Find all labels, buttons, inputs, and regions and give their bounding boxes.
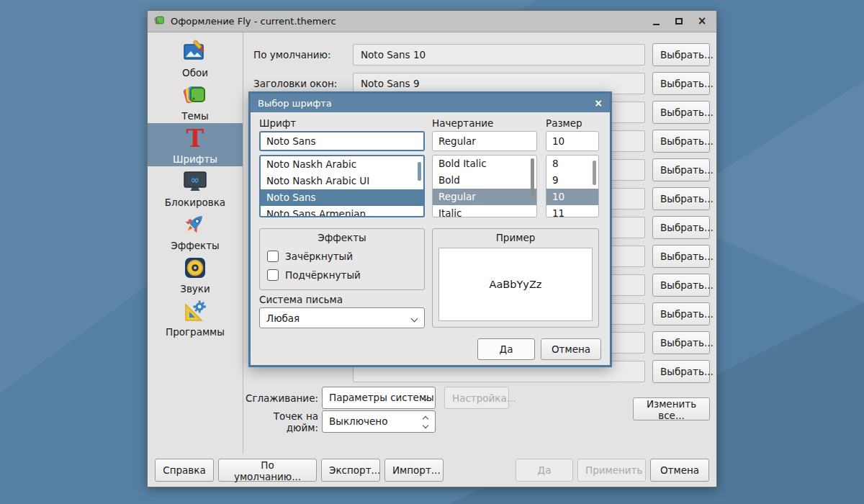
smoothing-configure-button[interactable]: Настройка...	[444, 387, 509, 409]
effects-group-title: Эффекты	[260, 232, 424, 243]
underline-checkbox[interactable]	[267, 269, 279, 281]
strikeout-option[interactable]: Зачёркнутый	[267, 251, 424, 262]
smoothing-label: Сглаживание:	[243, 392, 322, 404]
font-setting-row: По умолчанию: Noto Sans 10 Выбрать...	[243, 40, 716, 69]
minimize-icon	[653, 24, 660, 25]
sidebar-item-label: Блокировка	[165, 197, 225, 208]
font-style-list: Bold Italic Bold Regular Italic	[432, 155, 537, 217]
import-button[interactable]: Импорт...	[384, 459, 444, 482]
size-input[interactable]: 10	[546, 131, 599, 151]
choose-font-button[interactable]: Выбрать...	[652, 274, 710, 297]
choose-font-button[interactable]: Выбрать...	[652, 101, 710, 124]
sidebar-item-label: Шрифты	[173, 153, 217, 165]
sidebar-item-effects[interactable]: Эффекты	[148, 210, 243, 253]
sidebar-item-lock[interactable]: ∞ Блокировка	[148, 166, 243, 210]
font-name-input[interactable]: Noto Sans	[259, 131, 425, 151]
smoothing-select[interactable]: Параметры системы	[322, 387, 436, 409]
export-button[interactable]: Экспорт...	[321, 459, 380, 482]
style-list-item-selected[interactable]: Regular	[433, 189, 536, 205]
choose-font-button[interactable]: Выбрать...	[652, 302, 710, 325]
minimize-button[interactable]	[650, 16, 662, 27]
dialog-close-button[interactable]: ×	[594, 98, 603, 108]
desktop: Оформление Fly - current.themerc ×	[0, 0, 864, 504]
dialog-cancel-button[interactable]: Отмена	[541, 338, 601, 360]
strikeout-checkbox[interactable]	[267, 251, 279, 262]
ok-button[interactable]: Да	[516, 459, 573, 482]
choose-font-button[interactable]: Выбрать...	[652, 216, 710, 239]
font-list-item[interactable]: Noto Naskh Arabic UI	[261, 173, 423, 189]
sidebar-item-label: Обои	[182, 67, 208, 78]
choose-font-button[interactable]: Выбрать...	[652, 43, 710, 66]
choose-font-button[interactable]: Выбрать...	[652, 245, 710, 268]
scrollbar-thumb[interactable]	[418, 162, 421, 181]
scrollbar-thumb[interactable]	[593, 161, 596, 185]
scrollbar-thumb[interactable]	[531, 158, 534, 196]
sample-group-title: Пример	[433, 232, 598, 243]
dpi-label: Точек на дюйм:	[243, 410, 322, 433]
size-list-item-selected[interactable]: 10	[546, 189, 598, 205]
font-size-list: 8 9 10 11	[546, 155, 599, 217]
window-titlebar[interactable]: Оформление Fly - current.themerc ×	[148, 11, 716, 32]
sidebar-item-label: Звуки	[180, 283, 210, 294]
strikeout-label: Зачёркнутый	[285, 251, 353, 262]
effects-rocket-icon	[181, 211, 209, 238]
programs-icon	[181, 297, 209, 325]
size-list-item[interactable]: 9	[546, 172, 598, 189]
spin-down-icon[interactable]	[423, 423, 428, 428]
font-list-item[interactable]: Noto Naskh Arabic	[261, 156, 423, 173]
style-list-item[interactable]: Italic	[433, 205, 536, 217]
help-button[interactable]: Справка	[155, 459, 214, 482]
sample-group: Пример AaBbYyZz	[432, 228, 599, 328]
chevron-down-icon	[411, 315, 418, 323]
writing-system-label: Система письма	[259, 294, 343, 305]
size-label: Размер	[546, 117, 599, 131]
defaults-button[interactable]: По умолчанию...	[218, 459, 317, 482]
close-button[interactable]: ×	[696, 16, 708, 27]
sidebar-item-themes[interactable]: Темы	[148, 80, 243, 123]
font-value-field: Noto Sans 10	[353, 44, 645, 66]
underline-option[interactable]: Подчёркнутый	[267, 269, 424, 281]
sidebar: Обои Темы	[148, 32, 243, 454]
apply-button[interactable]: Применить	[577, 459, 646, 482]
size-list-item[interactable]: 11	[546, 205, 598, 217]
choose-font-button[interactable]: Выбрать...	[652, 360, 710, 383]
sidebar-item-programs[interactable]: Программы	[148, 296, 243, 339]
style-list-item[interactable]: Bold	[433, 172, 536, 189]
change-all-button[interactable]: Изменить все...	[633, 397, 710, 420]
choose-font-button[interactable]: Выбрать...	[652, 130, 710, 153]
font-label: Шрифт	[259, 117, 425, 131]
font-setting-label: По умолчанию:	[253, 49, 353, 60]
dialog-titlebar[interactable]: Выбор шрифта ×	[251, 94, 610, 112]
maximize-icon	[675, 18, 683, 24]
maximize-button[interactable]	[673, 16, 685, 27]
spin-up-icon[interactable]	[423, 416, 428, 422]
cancel-button[interactable]: Отмена	[650, 459, 709, 482]
font-family-list: Noto Naskh Arabic Noto Naskh Arabic UI N…	[259, 155, 425, 217]
lock-screen-icon: ∞	[181, 168, 209, 195]
choose-font-button[interactable]: Выбрать...	[652, 187, 710, 210]
dpi-spinner[interactable]: Выключено	[322, 410, 436, 433]
font-list-item-selected[interactable]: Noto Sans	[261, 189, 423, 206]
font-list-item[interactable]: Noto Sans Armenian	[261, 206, 423, 217]
sidebar-item-label: Эффекты	[171, 240, 220, 251]
footer-buttons: Справка По умолчанию... Экспорт... Импор…	[148, 454, 716, 487]
fonts-icon: T	[181, 125, 209, 152]
choose-font-button[interactable]: Выбрать...	[652, 72, 710, 95]
dialog-ok-button[interactable]: Да	[477, 338, 535, 360]
font-sample-box: AaBbYyZz	[438, 248, 593, 321]
wallpaper-icon	[181, 38, 209, 66]
themes-icon	[181, 81, 209, 109]
sounds-icon	[181, 254, 209, 282]
style-input[interactable]: Regular	[432, 131, 537, 151]
writing-system-select[interactable]: Любая	[259, 307, 425, 328]
font-setting-label: Заголовки окон:	[253, 78, 353, 89]
choose-font-button[interactable]: Выбрать...	[652, 331, 710, 354]
sidebar-item-sounds[interactable]: Звуки	[148, 253, 243, 296]
app-icon	[153, 14, 166, 29]
sidebar-item-fonts[interactable]: T Шрифты	[148, 123, 243, 166]
style-list-item[interactable]: Bold Italic	[433, 156, 536, 172]
choose-font-button[interactable]: Выбрать...	[652, 158, 710, 181]
size-list-item[interactable]: 8	[546, 156, 598, 172]
style-label: Начертание	[432, 117, 537, 131]
sidebar-item-wallpaper[interactable]: Обои	[148, 37, 243, 80]
